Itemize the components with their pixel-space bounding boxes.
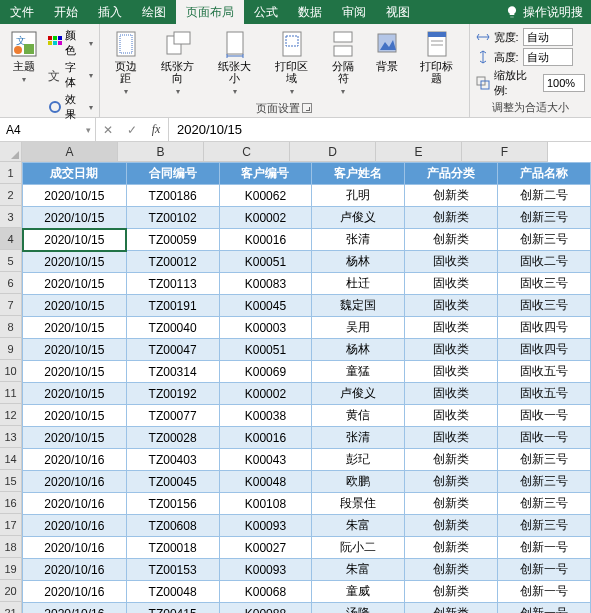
- cell[interactable]: K00003: [219, 317, 312, 339]
- cell[interactable]: 2020/10/16: [23, 603, 127, 614]
- row-header[interactable]: 1: [0, 162, 22, 184]
- select-all-corner[interactable]: [0, 142, 22, 162]
- cell[interactable]: 固收五号: [498, 383, 591, 405]
- tab-formulas[interactable]: 公式: [244, 0, 288, 24]
- cell[interactable]: 2020/10/15: [23, 207, 127, 229]
- row-header[interactable]: 9: [0, 338, 22, 360]
- cell[interactable]: TZ00608: [126, 515, 219, 537]
- tab-page-layout[interactable]: 页面布局: [176, 0, 244, 24]
- background-button[interactable]: 背景: [369, 28, 405, 74]
- cell[interactable]: 固收二号: [498, 251, 591, 273]
- column-header-D[interactable]: D: [290, 142, 376, 162]
- cell[interactable]: TZ00018: [126, 537, 219, 559]
- cell[interactable]: 2020/10/16: [23, 471, 127, 493]
- table-header-cell[interactable]: 成交日期: [23, 163, 127, 185]
- row-header[interactable]: 8: [0, 316, 22, 338]
- row-header[interactable]: 21: [0, 602, 22, 613]
- theme-colors-button[interactable]: 颜色▾: [48, 28, 93, 58]
- cell[interactable]: 张清: [312, 229, 405, 251]
- cell[interactable]: 创新类: [405, 515, 498, 537]
- cell[interactable]: TZ00415: [126, 603, 219, 614]
- row-header[interactable]: 18: [0, 536, 22, 558]
- insert-function-button[interactable]: fx: [144, 118, 168, 141]
- cell[interactable]: K00048: [219, 471, 312, 493]
- cell[interactable]: TZ00192: [126, 383, 219, 405]
- cell[interactable]: 固收类: [405, 405, 498, 427]
- cell[interactable]: TZ00153: [126, 559, 219, 581]
- name-box-input[interactable]: [6, 123, 89, 137]
- row-header[interactable]: 3: [0, 206, 22, 228]
- cell[interactable]: 2020/10/15: [23, 427, 127, 449]
- row-header[interactable]: 10: [0, 360, 22, 382]
- row-header[interactable]: 7: [0, 294, 22, 316]
- cell[interactable]: 2020/10/16: [23, 559, 127, 581]
- cell[interactable]: 创新三号: [498, 229, 591, 251]
- row-header[interactable]: 6: [0, 272, 22, 294]
- cell[interactable]: 黄信: [312, 405, 405, 427]
- row-header[interactable]: 15: [0, 470, 22, 492]
- cell[interactable]: 创新三号: [498, 493, 591, 515]
- cell[interactable]: K00108: [219, 493, 312, 515]
- cell[interactable]: 2020/10/15: [23, 405, 127, 427]
- cell[interactable]: 创新二号: [498, 185, 591, 207]
- table-header-cell[interactable]: 产品分类: [405, 163, 498, 185]
- cell[interactable]: TZ00012: [126, 251, 219, 273]
- cell[interactable]: TZ00186: [126, 185, 219, 207]
- row-header[interactable]: 16: [0, 492, 22, 514]
- tell-me-search[interactable]: 操作说明搜: [497, 0, 591, 24]
- cell[interactable]: TZ00403: [126, 449, 219, 471]
- tab-view[interactable]: 视图: [376, 0, 420, 24]
- cell[interactable]: K00016: [219, 229, 312, 251]
- print-titles-button[interactable]: 打印标题: [411, 28, 462, 86]
- cell[interactable]: 2020/10/15: [23, 295, 127, 317]
- cell[interactable]: 童威: [312, 581, 405, 603]
- cell[interactable]: TZ00047: [126, 339, 219, 361]
- cell[interactable]: 2020/10/16: [23, 515, 127, 537]
- row-header[interactable]: 14: [0, 448, 22, 470]
- cell[interactable]: K00069: [219, 361, 312, 383]
- cell[interactable]: 创新三号: [498, 471, 591, 493]
- cell[interactable]: 创新一号: [498, 581, 591, 603]
- cell[interactable]: 张清: [312, 427, 405, 449]
- row-header[interactable]: 20: [0, 580, 22, 602]
- cell[interactable]: 2020/10/15: [23, 361, 127, 383]
- cell[interactable]: 固收四号: [498, 317, 591, 339]
- cell[interactable]: K00062: [219, 185, 312, 207]
- cell[interactable]: 段景住: [312, 493, 405, 515]
- cell[interactable]: TZ00077: [126, 405, 219, 427]
- tab-insert[interactable]: 插入: [88, 0, 132, 24]
- chevron-down-icon[interactable]: ▾: [86, 125, 91, 135]
- cell[interactable]: K00068: [219, 581, 312, 603]
- cell[interactable]: 固收类: [405, 251, 498, 273]
- cell[interactable]: K00002: [219, 383, 312, 405]
- tab-draw[interactable]: 绘图: [132, 0, 176, 24]
- row-header[interactable]: 13: [0, 426, 22, 448]
- cell[interactable]: 固收类: [405, 383, 498, 405]
- height-input[interactable]: [523, 48, 573, 66]
- cell[interactable]: K00027: [219, 537, 312, 559]
- cell[interactable]: 创新三号: [498, 449, 591, 471]
- cell[interactable]: 2020/10/15: [23, 339, 127, 361]
- cell[interactable]: 童猛: [312, 361, 405, 383]
- cell[interactable]: K00045: [219, 295, 312, 317]
- cell[interactable]: 彭玘: [312, 449, 405, 471]
- cell[interactable]: 创新类: [405, 537, 498, 559]
- theme-fonts-button[interactable]: 文 字体▾: [48, 60, 93, 90]
- themes-button[interactable]: 文 主题▾: [6, 28, 42, 87]
- tab-file[interactable]: 文件: [0, 0, 44, 24]
- enter-formula-button[interactable]: ✓: [120, 118, 144, 141]
- cell[interactable]: 创新类: [405, 493, 498, 515]
- cell[interactable]: 创新三号: [498, 515, 591, 537]
- cell[interactable]: K00093: [219, 515, 312, 537]
- cell[interactable]: TZ00059: [126, 229, 219, 251]
- cell[interactable]: 创新一号: [498, 559, 591, 581]
- table-header-cell[interactable]: 客户编号: [219, 163, 312, 185]
- cell[interactable]: 2020/10/16: [23, 493, 127, 515]
- cell[interactable]: K00093: [219, 559, 312, 581]
- tab-home[interactable]: 开始: [44, 0, 88, 24]
- cell[interactable]: 固收三号: [498, 273, 591, 295]
- cell[interactable]: 2020/10/16: [23, 537, 127, 559]
- cell[interactable]: 固收四号: [498, 339, 591, 361]
- column-header-F[interactable]: F: [462, 142, 548, 162]
- cell[interactable]: 欧鹏: [312, 471, 405, 493]
